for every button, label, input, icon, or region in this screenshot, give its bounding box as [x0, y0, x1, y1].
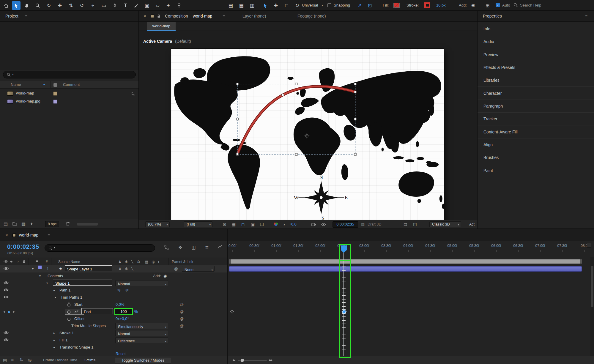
current-time-display[interactable]: 0:00:02:35	[7, 243, 39, 250]
property-group-label[interactable]: Path 1	[59, 287, 71, 294]
puppet-pin-tool-icon[interactable]	[175, 1, 183, 10]
gizmo-select-icon[interactable]	[261, 1, 270, 10]
pan-behind-tool-icon[interactable]: ⌖	[89, 1, 97, 10]
property-label[interactable]: Offset	[74, 315, 84, 322]
composition-viewport[interactable]: Active Camera (Default)	[139, 31, 478, 220]
shape-tool-icon[interactable]: ▭	[100, 1, 108, 10]
path-row[interactable]: ▸ Path 1 ⇆ ⇄	[0, 287, 227, 294]
snap-option-1-icon[interactable]: ↗	[355, 1, 364, 10]
resolution-dropdown[interactable]: (Full)▾	[184, 221, 212, 227]
properties-item-info[interactable]: Info	[478, 23, 594, 35]
path-widget-icon[interactable]: ⇆	[117, 287, 121, 294]
reset-link[interactable]: Reset	[116, 352, 126, 356]
3d-column-icon[interactable]: ◐	[158, 260, 160, 264]
orbit-camera-tool-icon[interactable]: ↻	[45, 1, 53, 10]
search-icon[interactable]	[513, 3, 518, 7]
view-axis-mode-icon[interactable]: ▥	[248, 1, 256, 10]
property-group-label[interactable]: Trim Paths 1	[61, 294, 82, 301]
properties-item-tracker[interactable]: Tracker	[478, 113, 594, 125]
selection-tool-icon[interactable]	[12, 1, 21, 10]
chevron-right-icon[interactable]: ▸	[53, 337, 55, 344]
chevron-right-icon[interactable]: ▸	[53, 287, 55, 294]
gizmo-position-icon[interactable]: ✚	[272, 1, 280, 10]
properties-panel-title[interactable]: Properties	[483, 14, 502, 18]
end-property-row[interactable]: ◀ ◆ ▶ End 100 % @	[0, 308, 227, 315]
world-axis-mode-icon[interactable]: ▦	[237, 1, 246, 10]
rotation-tool-icon[interactable]: ↺	[78, 1, 86, 10]
comp-marker-button[interactable]	[587, 243, 591, 248]
sort-asc-icon[interactable]: ▲	[43, 83, 45, 86]
eye-icon[interactable]	[4, 281, 9, 284]
pen-tool-icon[interactable]	[111, 1, 119, 10]
auto-checkbox[interactable]: ✓	[496, 3, 500, 7]
project-search-input[interactable]: ▾	[3, 71, 136, 78]
shape-group-name[interactable]: Shape 1	[53, 280, 112, 286]
graph-editor-icon[interactable]	[218, 245, 222, 249]
panel-menu-icon[interactable]: ≡	[585, 14, 587, 18]
parent-pickwhip-icon[interactable]: @	[174, 265, 178, 272]
chevron-down-icon[interactable]: ▾	[46, 280, 48, 287]
tab-footage[interactable]: Footage (none)	[297, 14, 326, 18]
close-icon[interactable]: ×	[5, 232, 8, 237]
flowchart-icon[interactable]	[131, 92, 135, 95]
hand-tool-icon[interactable]	[23, 1, 31, 10]
label-color-swatch[interactable]	[53, 92, 57, 96]
property-label[interactable]: Start	[74, 301, 82, 308]
pickwhip-icon[interactable]: @	[180, 322, 184, 330]
stopwatch-icon[interactable]	[67, 310, 71, 314]
timeline-tab[interactable]: world-map	[19, 233, 38, 237]
stroke-blend-dropdown[interactable]: Normal▾	[115, 330, 168, 336]
project-panel-title[interactable]: Project	[5, 14, 18, 18]
panel-menu-icon[interactable]: ≡	[48, 233, 50, 237]
panel-menu-icon[interactable]: ≡	[25, 14, 27, 18]
search-help-input[interactable]: Search Help	[520, 3, 541, 7]
zoom-slider-handle[interactable]	[241, 359, 244, 362]
quality-column-icon[interactable]: ╲	[131, 260, 133, 264]
pickwhip-icon[interactable]: @	[180, 301, 184, 308]
properties-item-preview[interactable]: Preview	[478, 48, 594, 61]
shy-toggle-icon[interactable]: ♟	[118, 265, 122, 272]
dolly-camera-tool-icon[interactable]: ⇅	[67, 1, 75, 10]
properties-item-character[interactable]: Character	[478, 87, 594, 100]
eye-icon[interactable]	[4, 288, 9, 291]
lock-icon[interactable]	[157, 14, 160, 18]
label-color-swatch[interactable]	[53, 100, 57, 104]
zoom-out-mountain-icon[interactable]	[232, 359, 236, 361]
fx-column-icon[interactable]: fx	[137, 260, 140, 264]
tab-composition[interactable]: Composition	[165, 14, 188, 18]
label-column-icon[interactable]	[53, 83, 57, 87]
collapse-toggle-icon[interactable]: ✱	[125, 265, 128, 272]
keyframe-toggle-icon[interactable]: ◆	[8, 308, 10, 315]
frame-blend-column-icon[interactable]: ▦	[145, 260, 148, 264]
channels-icon[interactable]	[273, 222, 278, 226]
transparency-grid-icon[interactable]: ❏	[260, 222, 264, 227]
next-keyframe-icon[interactable]: ▶	[13, 308, 15, 315]
tab-layer[interactable]: Layer (none)	[242, 14, 266, 18]
region-of-interest-icon[interactable]: ▣	[251, 222, 255, 227]
pan-camera-tool-icon[interactable]: ✚	[56, 1, 64, 10]
expand-inout-icon[interactable]: ⇅	[20, 357, 23, 362]
mini-flowchart-icon[interactable]	[164, 245, 169, 250]
scrollbar-thumb[interactable]	[591, 266, 593, 307]
expand-layers-icon[interactable]: ▤	[3, 357, 7, 362]
stopwatch-icon[interactable]	[67, 317, 71, 321]
project-row[interactable]: world-map	[0, 90, 139, 98]
show-snapshot-icon[interactable]	[321, 223, 326, 226]
adjustment-icon[interactable]: ✦	[30, 221, 34, 227]
group-label[interactable]: Contents	[48, 272, 63, 280]
layer-name-field[interactable]: Shape Layer 1	[65, 265, 112, 271]
toggle-switches-modes-button[interactable]: Toggle Switches / Modes	[115, 357, 171, 363]
trim-paths-row[interactable]: ▾ Trim Paths 1	[0, 294, 227, 301]
fill-row[interactable]: ▸ Fill 1 Difference▾	[0, 337, 227, 344]
eye-icon[interactable]	[4, 295, 9, 299]
audio-column-icon[interactable]	[10, 260, 13, 263]
interpret-footage-icon[interactable]: ▤	[4, 221, 8, 227]
home-icon[interactable]	[2, 1, 10, 10]
add-button-icon[interactable]: ◉	[471, 3, 475, 7]
composition-canvas[interactable]: N S E W	[171, 49, 444, 220]
path-widget-icon[interactable]: ⇄	[125, 287, 129, 294]
stroke-row[interactable]: ▸ Stroke 1 Normal▾	[0, 330, 227, 337]
pickwhip-icon[interactable]: @	[180, 315, 184, 322]
chevron-right-icon[interactable]: ▸	[53, 344, 55, 351]
doc-tab[interactable]: world-map	[147, 22, 176, 31]
